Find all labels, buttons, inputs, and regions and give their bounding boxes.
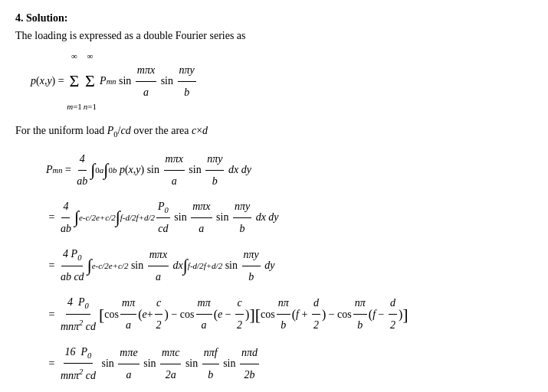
uniform-load-text: For the uniform load P0/cd over the area… xyxy=(15,122,533,141)
pmn-integral-formula: Pmn = 4ab ∫0a ∫0b p(x,y) sin mπxa sin nπ… xyxy=(46,149,533,192)
pmn-cos-form: = 4 P0mnπ2 cd [ cos mπa ( e + c2 ) − cos… xyxy=(46,292,533,337)
p-formula: p(x,y) = ∞ Σ m=1 ∞ Σ n=1 Pmn sin mπxa si… xyxy=(31,47,533,115)
section-title: 4. Solution: xyxy=(15,12,533,24)
pmn-p0-formula: = 4ab ∫e-c/2e+c/2 ∫f-d/2f+d/2 P0cd sin m… xyxy=(46,196,533,240)
pmn-separated: = 4 P0ab cd ∫e-c/2e+c/2 sin mπxa dx ∫f-d… xyxy=(46,243,533,288)
pmn-sin-form: = 16 P0mnπ2 cd sin mπea sin mπc2a sin nπ… xyxy=(46,341,533,387)
solution-section: 4. Solution: The loading is expressed as… xyxy=(15,12,533,392)
loading-intro: The loading is expressed as a double Fou… xyxy=(15,28,533,44)
